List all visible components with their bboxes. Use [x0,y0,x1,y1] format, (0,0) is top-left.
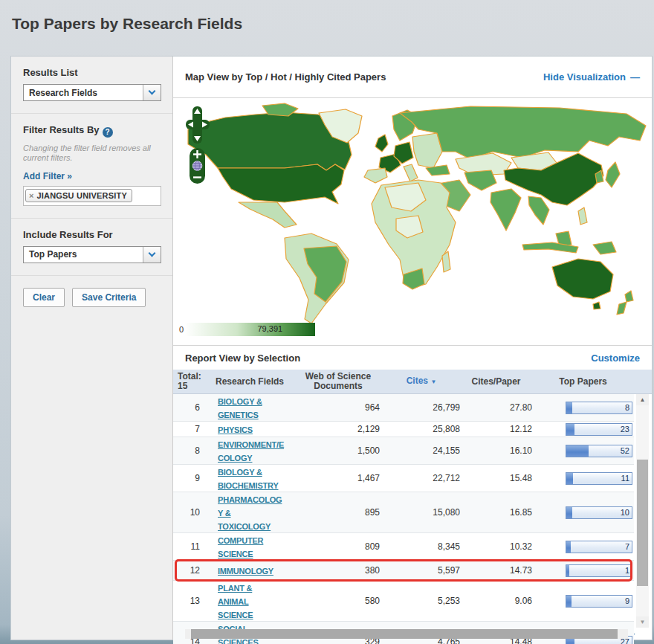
table-header-row: Total:15 Research Fields Web of Science … [173,370,652,394]
scale-gradient-bar: 79,391 [185,323,315,336]
add-filter-link[interactable]: Add Filter » [23,171,72,181]
research-field-link[interactable]: PLANT & ANIMAL SCIENCE [218,584,253,619]
customize-link[interactable]: Customize [591,352,640,364]
research-field-link[interactable]: COMPUTER SCIENCE [218,536,263,558]
sidebar: Results List Research Fields Filter Resu… [11,57,173,640]
column-header-top-papers[interactable]: Top Papers [532,377,634,387]
row-cites: 24,155 [383,445,460,456]
map-pan-control[interactable] [185,106,210,144]
filter-section: Filter Results By? Changing the filter f… [11,114,172,219]
row-field: PHARMACOLOG Y & TOXICOLOGY [206,492,294,532]
row-cites-per-paper: 12.12 [460,424,532,434]
research-field-link[interactable]: ENVIRONMENT/E COLOGY [218,440,284,463]
filter-field[interactable]: × JIANGSU UNIVERSITY [23,186,161,206]
table-row[interactable]: 11 COMPUTER SCIENCE 809 8,345 10.32 7 [173,533,634,561]
help-icon[interactable]: ? [103,127,113,138]
row-field: BIOLOGY & GENETICS [206,394,294,421]
top-papers-bar: 9 [566,595,632,608]
scale-min-label: 0 [179,325,184,334]
main-content: Map View by Top / Hot / Highly Cited Pap… [173,57,652,640]
row-top-papers: 52 [566,445,634,457]
horizontal-scrollbar[interactable]: ◄ ► [173,628,638,640]
results-list-dropdown-button[interactable] [143,85,161,100]
row-cites: 26,799 [383,402,460,413]
table-row[interactable]: 10 PHARMACOLOG Y & TOXICOLOGY 895 15,080… [173,492,634,533]
table-row[interactable]: 8 ENVIRONMENT/E COLOGY 1,500 24,155 16.1… [173,437,634,465]
table-row[interactable]: 7 PHYSICS 2,129 25,808 12.12 23 [173,422,634,437]
row-top-papers: 11 [566,472,634,485]
table-body: 6 BIOLOGY & GENETICS 964 26,799 27.80 8 … [173,394,652,628]
row-cites: 5,597 [383,565,460,576]
row-top-papers: 1 [566,564,634,577]
row-field: IMMUNOLOGY [206,564,294,577]
filter-tag-label: JIANGSU UNIVERSITY [36,191,127,200]
include-results-dropdown-button[interactable] [143,247,161,263]
table-row[interactable]: 13 PLANT & ANIMAL SCIENCE 580 5,253 9.06… [173,581,634,622]
include-results-selected-value: Top Papers [24,249,143,260]
row-rank: 9 [173,473,206,483]
include-results-select[interactable]: Top Papers [23,246,161,263]
chevron-down-icon [149,249,156,257]
horizontal-scrollbar-track[interactable] [185,629,628,639]
row-field: COMPUTER SCIENCE [206,533,294,560]
table-row[interactable]: 12 IMMUNOLOGY 380 5,597 14.73 1 [173,561,634,581]
column-header-cites-per-paper[interactable]: Cites/Paper [460,377,532,387]
top-papers-bar: 11 [566,472,632,485]
row-rank: 8 [173,445,206,456]
row-docs: 809 [294,541,383,552]
table-row[interactable]: 9 BIOLOGY & BIOCHEMISTRY 1,467 22,712 15… [173,465,634,492]
minus-icon: — [630,71,640,83]
scale-max-label: 79,391 [257,324,282,333]
row-field: ENVIRONMENT/E COLOGY [206,437,294,464]
total-count: Total:15 [173,372,206,391]
top-papers-bar: 10 [566,506,632,519]
row-rank: 10 [173,507,206,518]
remove-filter-icon[interactable]: × [29,191,33,200]
clear-button[interactable]: Clear [23,288,65,307]
row-rank: 6 [173,402,206,413]
scroll-up-icon[interactable]: ▲ [636,394,649,405]
row-top-papers: 7 [566,541,634,553]
research-field-link[interactable]: BIOLOGY & GENETICS [218,397,262,419]
vertical-scrollbar-thumb[interactable] [637,460,648,586]
choropleth-map[interactable] [173,100,652,330]
row-docs: 1,467 [294,473,383,483]
column-header-wos-documents[interactable]: Web of Science Documents [294,372,383,391]
row-cites: 25,808 [383,424,460,434]
row-field: BIOLOGY & BIOCHEMISTRY [206,465,294,492]
map-color-scale: 0 79,391 [179,323,315,336]
row-cites-per-paper: 14.73 [460,565,532,576]
research-field-link[interactable]: PHYSICS [218,425,253,434]
column-header-cites-sorted[interactable]: Cites ▼ [383,376,460,387]
research-field-link[interactable]: PHARMACOLOG Y & TOXICOLOGY [218,495,282,531]
row-docs: 1,500 [294,445,383,456]
row-field: PHYSICS [206,422,294,436]
save-criteria-button[interactable]: Save Criteria [72,288,146,307]
map-view-header: Map View by Top / Hot / Highly Cited Pap… [173,57,652,98]
map-zoom-control[interactable] [189,147,206,184]
row-docs: 2,129 [294,424,383,434]
sort-descending-icon: ▼ [430,379,436,385]
horizontal-scrollbar-thumb[interactable] [191,629,618,639]
world-map[interactable]: 0 79,391 [173,98,652,346]
vertical-scrollbar[interactable]: ▲ ▼ [636,394,649,628]
table-row[interactable]: 6 BIOLOGY & GENETICS 964 26,799 27.80 8 [173,394,634,422]
chevron-down-icon [149,88,156,95]
top-papers-bar: 8 [566,402,632,414]
filter-note: Changing the filter field removes all cu… [23,144,161,163]
filter-tag: × JIANGSU UNIVERSITY [25,189,132,202]
row-docs: 895 [294,507,383,518]
top-papers-bar: 23 [566,423,632,436]
row-cites-per-paper: 16.85 [460,507,532,518]
map-view-title: Map View by Top / Hot / Highly Cited Pap… [185,71,386,83]
research-field-link[interactable]: IMMUNOLOGY [218,567,273,576]
row-rank: 12 [173,565,206,576]
column-header-research-fields[interactable]: Research Fields [206,377,294,387]
row-cites-per-paper: 15.48 [460,473,532,483]
row-top-papers: 9 [566,595,634,608]
results-list-select[interactable]: Research Fields [23,84,161,101]
research-field-link[interactable]: BIOLOGY & BIOCHEMISTRY [218,468,279,490]
content-panel: Results List Research Fields Filter Resu… [10,56,653,640]
hide-visualization-link[interactable]: Hide Visualization— [543,71,640,83]
scroll-down-icon[interactable]: ▼ [636,616,649,628]
